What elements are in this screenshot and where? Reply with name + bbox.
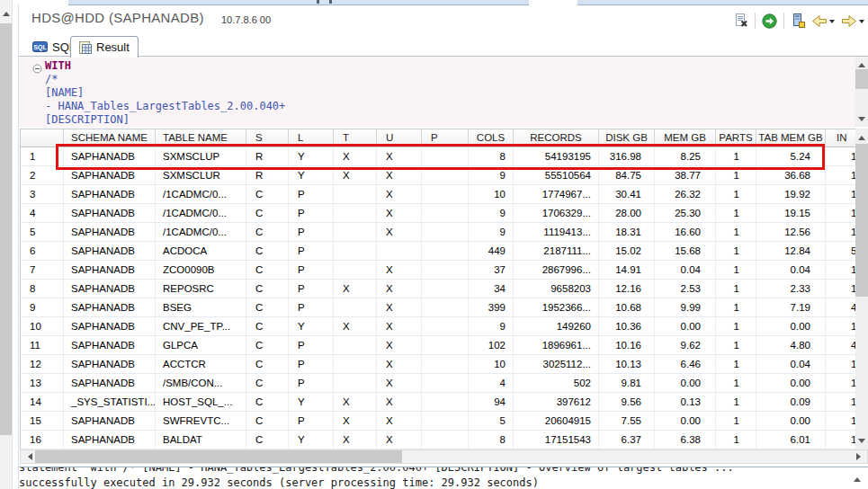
cell[interactable]: 12.84	[756, 242, 826, 261]
table-row[interactable]: 11SAPHANADBGLPCACPX1021896961...10.169.6…	[21, 336, 856, 355]
cell[interactable]: Y	[289, 393, 334, 412]
cell[interactable]: 36.68	[756, 166, 826, 185]
cell[interactable]: 397612	[514, 393, 599, 412]
cell[interactable]: 0.00	[756, 374, 826, 393]
cell[interactable]: 10.16	[599, 336, 655, 355]
cell[interactable]: CNV_PE_TP...	[156, 317, 246, 336]
cell[interactable]: /1CADMC/0...	[156, 204, 246, 223]
cell[interactable]	[377, 242, 422, 261]
cell[interactable]: 1	[716, 298, 756, 317]
cell[interactable]: 0.04	[655, 261, 716, 280]
cell[interactable]	[334, 261, 377, 280]
cell[interactable]: 26.32	[655, 185, 716, 204]
cell[interactable]: 30.41	[599, 185, 655, 204]
back-dropdown-caret[interactable]	[829, 20, 835, 26]
forward-button[interactable]	[841, 14, 864, 28]
cell[interactable]: 0.04	[756, 355, 826, 374]
grid-scrollbar-thumb[interactable]	[855, 144, 868, 297]
cell[interactable]	[422, 242, 469, 261]
cell[interactable]: 1	[716, 317, 756, 336]
cell[interactable]: 1119413...	[514, 223, 599, 242]
cell[interactable]: 4	[469, 374, 514, 393]
cell[interactable]: 5	[826, 242, 856, 261]
grid-scroll-down-button[interactable]	[855, 436, 868, 449]
cell[interactable]: 16.60	[655, 223, 716, 242]
cell[interactable]: 20604915	[514, 412, 599, 431]
sql-vertical-scrollbar[interactable]	[855, 57, 868, 127]
column-header[interactable]: U	[377, 129, 422, 147]
cell[interactable]: SAPHANADB	[64, 317, 156, 336]
cell[interactable]: SAPHANADB	[64, 412, 156, 431]
cell[interactable]: 10	[469, 185, 514, 204]
cell[interactable]: SAPHANADB	[64, 204, 156, 223]
cell[interactable]: 6.46	[655, 355, 716, 374]
cell[interactable]: X	[377, 280, 422, 298]
cell[interactable]: 1	[826, 147, 856, 166]
cell[interactable]: 9.81	[599, 374, 655, 393]
cell[interactable]: P	[289, 223, 334, 242]
cell[interactable]: 1706329...	[514, 204, 599, 223]
cell[interactable]	[422, 166, 469, 185]
cell[interactable]: X	[377, 261, 422, 280]
table-row[interactable]: 9SAPHANADBBSEGCPX3991952366...10.689.991…	[21, 298, 856, 317]
row-number-cell[interactable]: 16	[21, 431, 64, 449]
cell[interactable]: SAPHANADB	[64, 336, 156, 355]
cell[interactable]	[422, 355, 469, 374]
cell[interactable]: C	[246, 261, 289, 280]
cell[interactable]: 9.62	[655, 336, 716, 355]
cell[interactable]	[422, 280, 469, 298]
cell[interactable]: 8	[469, 431, 514, 449]
cell[interactable]: C	[246, 242, 289, 261]
row-number-cell[interactable]: 7	[21, 261, 64, 280]
cell[interactable]: 12.16	[599, 280, 655, 298]
cell[interactable]: 1	[826, 223, 856, 242]
row-number-cell[interactable]: 4	[21, 204, 64, 223]
table-row[interactable]: 10SAPHANADBCNV_PE_TP...CYXX914926010.360…	[21, 317, 856, 336]
cell[interactable]: 5.24	[756, 147, 826, 166]
cell[interactable]: C	[246, 223, 289, 242]
column-header[interactable]: SCHEMA NAME	[64, 129, 156, 147]
column-header[interactable]: S	[246, 129, 289, 147]
cell[interactable]: GLPCA	[156, 336, 246, 355]
cell[interactable]	[422, 147, 469, 166]
cell[interactable]: 3025112...	[514, 355, 599, 374]
cell[interactable]: P	[289, 261, 334, 280]
cell[interactable]: 54193195	[514, 147, 599, 166]
cell[interactable]: C	[246, 355, 289, 374]
cell[interactable]: 1	[716, 355, 756, 374]
cell[interactable]: SAPHANADB	[64, 147, 156, 166]
cell[interactable]: ACCTCR	[156, 355, 246, 374]
cell[interactable]: X	[377, 374, 422, 393]
cell[interactable]: X	[377, 147, 422, 166]
cell[interactable]: 8.25	[655, 147, 716, 166]
forward-dropdown-caret[interactable]	[859, 20, 864, 26]
editor-tab-strip-fragment[interactable]	[577, 0, 868, 5]
cell[interactable]: SXMSCLUP	[156, 147, 246, 166]
cell[interactable]: 37	[469, 261, 514, 280]
cell[interactable]	[422, 374, 469, 393]
cell[interactable]: 1	[716, 204, 756, 223]
row-number-cell[interactable]: 15	[21, 412, 64, 431]
sql-statement-preview[interactable]: WITH/*[NAME]- HANA_Tables_LargestTables_…	[19, 57, 855, 128]
cell[interactable]: HOST_SQL_...	[156, 393, 246, 412]
cell[interactable]: 9.56	[599, 393, 655, 412]
cell[interactable]: 0.13	[655, 393, 716, 412]
cell[interactable]: C	[246, 317, 289, 336]
cell[interactable]: BSEG	[156, 298, 246, 317]
cell[interactable]	[334, 336, 377, 355]
cell[interactable]: 316.98	[599, 147, 655, 166]
cell[interactable]: 102	[469, 336, 514, 355]
cell[interactable]: C	[246, 393, 289, 412]
cell[interactable]: 1	[716, 166, 756, 185]
row-number-cell[interactable]: 13	[21, 374, 64, 393]
cell[interactable]	[422, 412, 469, 431]
cell[interactable]: SAPHANADB	[64, 280, 156, 298]
cell[interactable]: Y	[289, 431, 334, 449]
cell[interactable]: 9	[469, 223, 514, 242]
cell[interactable]: 17151543	[514, 431, 599, 449]
cell[interactable]: 55510564	[514, 166, 599, 185]
cell[interactable]: 4	[826, 336, 856, 355]
cell[interactable]: 4	[826, 298, 856, 317]
column-header[interactable]: TABLE NAME	[156, 129, 246, 147]
cell[interactable]	[422, 261, 469, 280]
